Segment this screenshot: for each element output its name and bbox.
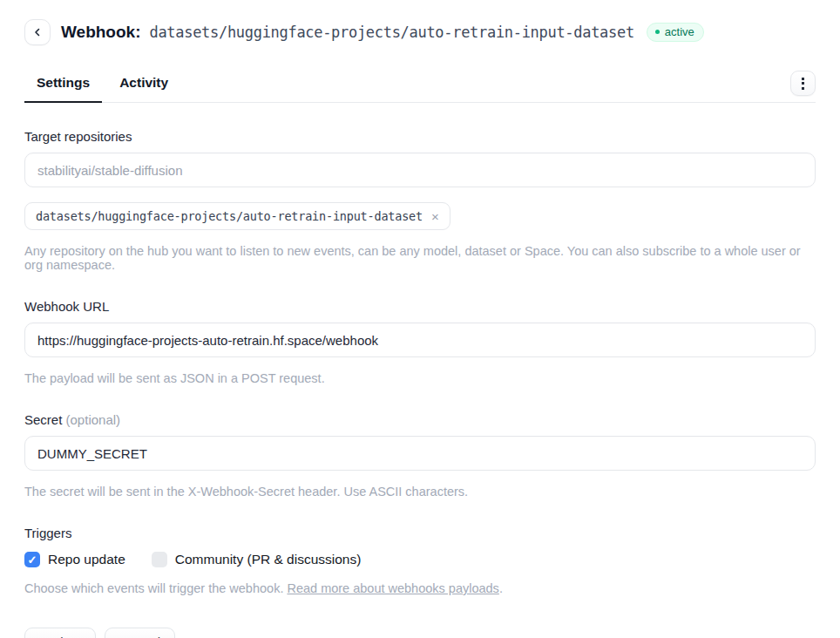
tab-activity[interactable]: Activity — [107, 68, 180, 102]
repo-chip: datasets/huggingface-projects/auto-retra… — [24, 202, 450, 230]
chip-row: datasets/huggingface-projects/auto-retra… — [24, 202, 816, 230]
secret-help: The secret will be sent in the X-Webhook… — [24, 485, 816, 499]
target-repositories-label: Target repositories — [24, 129, 816, 144]
form-actions: Update Cancel — [24, 628, 816, 638]
update-button[interactable]: Update — [24, 628, 96, 638]
repo-chip-label: datasets/huggingface-projects/auto-retra… — [36, 209, 423, 223]
webhook-url-help: The payload will be sent as JSON in a PO… — [24, 371, 816, 385]
webhooks-payloads-link[interactable]: Read more about webhooks payloads — [287, 581, 498, 595]
trigger-community[interactable]: Community (PR & discussions) — [152, 552, 362, 567]
back-chevron-icon — [33, 28, 42, 37]
webhook-title-label: Webhook: — [61, 23, 140, 42]
page-title: Webhook: datasets/huggingface-projects/a… — [61, 23, 634, 42]
secret-section: Secret (optional) The secret will be sen… — [24, 412, 816, 499]
secret-input[interactable] — [24, 436, 816, 471]
webhook-settings-page: Webhook: datasets/huggingface-projects/a… — [0, 0, 840, 638]
trigger-repo-update[interactable]: ✓ Repo update — [24, 552, 125, 567]
header: Webhook: datasets/huggingface-projects/a… — [24, 19, 816, 45]
secret-optional-label: (optional) — [66, 412, 121, 427]
triggers-section: Triggers ✓ Repo update Community (PR & d… — [24, 526, 816, 595]
webhook-form: Target repositories datasets/huggingface… — [24, 103, 816, 638]
tab-bar: Settings Activity — [24, 68, 816, 103]
webhook-repo-name: datasets/huggingface-projects/auto-retra… — [149, 24, 633, 41]
webhook-url-input[interactable] — [24, 322, 816, 357]
triggers-help: Choose which events will trigger the web… — [24, 581, 816, 595]
target-repositories-section: Target repositories datasets/huggingface… — [24, 129, 816, 272]
webhook-url-section: Webhook URL The payload will be sent as … — [24, 299, 816, 385]
trigger-community-label: Community (PR & discussions) — [175, 552, 362, 567]
tab-settings[interactable]: Settings — [24, 68, 102, 102]
more-options-button[interactable] — [790, 71, 816, 96]
trigger-repo-update-label: Repo update — [48, 552, 125, 567]
status-badge: active — [647, 23, 704, 42]
webhook-url-label: Webhook URL — [24, 299, 816, 314]
secret-label: Secret (optional) — [24, 412, 816, 427]
cancel-button[interactable]: Cancel — [105, 628, 175, 638]
kebab-menu-icon — [802, 78, 804, 90]
status-dot-icon — [655, 30, 660, 34]
triggers-label: Triggers — [24, 526, 816, 540]
status-badge-label: active — [665, 26, 694, 37]
triggers-options: ✓ Repo update Community (PR & discussion… — [24, 552, 816, 567]
target-repositories-help: Any repository on the hub you want to li… — [24, 244, 816, 272]
target-repositories-input[interactable] — [24, 153, 816, 187]
checkbox-unchecked-icon[interactable] — [152, 552, 167, 567]
checkbox-checked-icon[interactable]: ✓ — [24, 552, 40, 567]
back-button[interactable] — [24, 19, 51, 45]
chip-close-icon[interactable]: × — [431, 210, 439, 223]
